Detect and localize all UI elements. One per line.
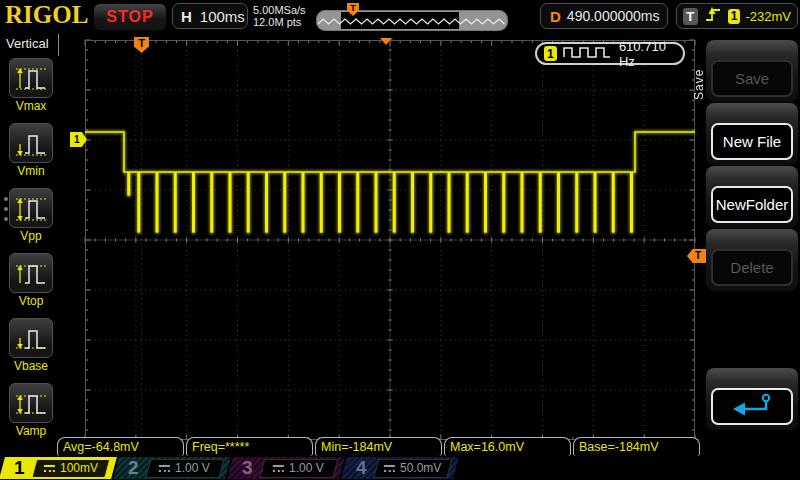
measurement-bar: Avg=-64.8mVFreq=*****Min=-184mVMax=16.0m… [57, 437, 700, 456]
save-button[interactable]: Save [711, 60, 793, 97]
menu-slot: Delete [706, 229, 798, 291]
measurement-freq: Freq=***** [186, 437, 313, 456]
frequency-counter: 1 610.710 Hz [535, 42, 685, 65]
square-wave-icon [563, 45, 613, 63]
memory-center-marker [380, 38, 392, 45]
menu-slot [706, 368, 798, 430]
menu-slot: NewFolder [706, 166, 798, 228]
right-menu-title: Save [692, 52, 707, 100]
menu-slot: New File [706, 103, 798, 165]
return-arrow-icon [729, 392, 775, 421]
frequency-value: 610.710 Hz [619, 39, 676, 69]
measurement-avg: Avg=-64.8mV [57, 437, 184, 456]
freq-channel-badge: 1 [544, 46, 557, 61]
new-file-button[interactable]: New File [711, 123, 793, 160]
delete-button[interactable]: Delete [711, 249, 793, 286]
measurement-base: Base=-184mV [573, 437, 700, 456]
menu-slot: Save [706, 40, 798, 102]
oscilloscope-screen: RIGOL STOP H 100ms 5.00MSa/s 12.0M pts T… [0, 0, 800, 480]
grid-and-waveform [0, 0, 800, 480]
measurement-min: Min=-184mV [315, 437, 442, 456]
newfolder-button[interactable]: NewFolder [711, 186, 793, 223]
back-button[interactable] [711, 388, 793, 425]
measurement-max: Max=16.0mV [444, 437, 571, 456]
